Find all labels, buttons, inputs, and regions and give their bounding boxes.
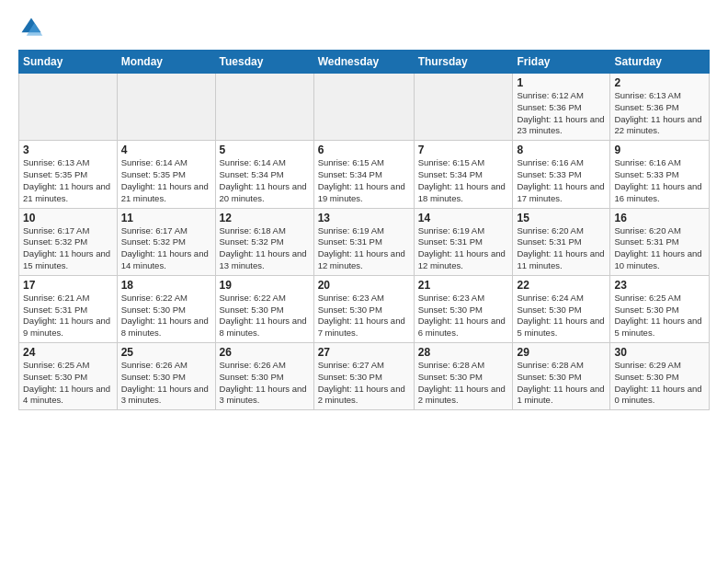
- calendar-cell: 22Sunrise: 6:24 AM Sunset: 5:30 PM Dayli…: [513, 275, 610, 342]
- day-info: Sunrise: 6:17 AM Sunset: 5:32 PM Dayligh…: [23, 225, 113, 272]
- day-info: Sunrise: 6:12 AM Sunset: 5:36 PM Dayligh…: [517, 90, 606, 137]
- day-info: Sunrise: 6:28 AM Sunset: 5:30 PM Dayligh…: [517, 360, 606, 407]
- calendar-cell: 29Sunrise: 6:28 AM Sunset: 5:30 PM Dayli…: [513, 343, 610, 410]
- weekday-header-tuesday: Tuesday: [215, 51, 313, 74]
- day-number: 15: [517, 212, 606, 224]
- day-number: 25: [121, 346, 211, 359]
- day-info: Sunrise: 6:19 AM Sunset: 5:31 PM Dayligh…: [318, 225, 410, 272]
- day-info: Sunrise: 6:13 AM Sunset: 5:35 PM Dayligh…: [23, 157, 113, 204]
- day-number: 11: [121, 212, 211, 224]
- calendar-cell: 27Sunrise: 6:27 AM Sunset: 5:30 PM Dayli…: [313, 343, 414, 410]
- calendar-cell: [117, 74, 215, 141]
- day-number: 4: [121, 144, 211, 156]
- weekday-header-sunday: Sunday: [19, 51, 118, 74]
- day-number: 19: [220, 279, 310, 292]
- calendar-cell: 20Sunrise: 6:23 AM Sunset: 5:30 PM Dayli…: [313, 275, 414, 342]
- day-info: Sunrise: 6:29 AM Sunset: 5:30 PM Dayligh…: [614, 360, 705, 407]
- calendar-cell: 5Sunrise: 6:14 AM Sunset: 5:34 PM Daylig…: [215, 141, 313, 208]
- calendar-cell: [414, 74, 513, 141]
- calendar-week-row: 1Sunrise: 6:12 AM Sunset: 5:36 PM Daylig…: [19, 74, 710, 141]
- day-number: 6: [318, 144, 410, 156]
- calendar-week-row: 17Sunrise: 6:21 AM Sunset: 5:31 PM Dayli…: [19, 275, 710, 342]
- calendar-cell: 8Sunrise: 6:16 AM Sunset: 5:33 PM Daylig…: [513, 141, 610, 208]
- calendar-cell: 1Sunrise: 6:12 AM Sunset: 5:36 PM Daylig…: [513, 74, 610, 141]
- day-info: Sunrise: 6:26 AM Sunset: 5:30 PM Dayligh…: [121, 360, 211, 407]
- calendar-cell: 15Sunrise: 6:20 AM Sunset: 5:31 PM Dayli…: [513, 208, 610, 275]
- day-number: 16: [614, 212, 705, 224]
- calendar-cell: 13Sunrise: 6:19 AM Sunset: 5:31 PM Dayli…: [313, 208, 414, 275]
- day-number: 22: [517, 279, 606, 292]
- day-number: 3: [23, 144, 113, 156]
- day-number: 29: [517, 346, 606, 359]
- day-info: Sunrise: 6:15 AM Sunset: 5:34 PM Dayligh…: [418, 157, 509, 204]
- day-number: 7: [418, 144, 509, 156]
- day-info: Sunrise: 6:18 AM Sunset: 5:32 PM Dayligh…: [220, 225, 310, 272]
- calendar-cell: 16Sunrise: 6:20 AM Sunset: 5:31 PM Dayli…: [610, 208, 710, 275]
- day-info: Sunrise: 6:16 AM Sunset: 5:33 PM Dayligh…: [517, 157, 606, 204]
- calendar-cell: 9Sunrise: 6:16 AM Sunset: 5:33 PM Daylig…: [610, 141, 710, 208]
- weekday-header-monday: Monday: [117, 51, 215, 74]
- day-number: 13: [318, 212, 410, 224]
- day-info: Sunrise: 6:19 AM Sunset: 5:31 PM Dayligh…: [418, 225, 509, 272]
- weekday-header-row: SundayMondayTuesdayWednesdayThursdayFrid…: [19, 51, 710, 74]
- day-info: Sunrise: 6:22 AM Sunset: 5:30 PM Dayligh…: [220, 293, 310, 339]
- day-number: 18: [121, 279, 211, 292]
- day-info: Sunrise: 6:20 AM Sunset: 5:31 PM Dayligh…: [517, 225, 606, 272]
- day-number: 12: [220, 212, 310, 224]
- calendar-cell: 17Sunrise: 6:21 AM Sunset: 5:31 PM Dayli…: [19, 275, 118, 342]
- day-number: 21: [418, 279, 509, 292]
- day-info: Sunrise: 6:14 AM Sunset: 5:34 PM Dayligh…: [220, 157, 310, 204]
- weekday-header-friday: Friday: [513, 51, 610, 74]
- day-number: 8: [517, 144, 606, 156]
- day-number: 9: [614, 144, 705, 156]
- day-info: Sunrise: 6:15 AM Sunset: 5:34 PM Dayligh…: [318, 157, 410, 204]
- day-info: Sunrise: 6:22 AM Sunset: 5:30 PM Dayligh…: [121, 293, 211, 339]
- day-number: 14: [418, 212, 509, 224]
- day-number: 26: [220, 346, 310, 359]
- day-info: Sunrise: 6:20 AM Sunset: 5:31 PM Dayligh…: [614, 225, 705, 272]
- day-number: 2: [614, 76, 705, 89]
- calendar-cell: 10Sunrise: 6:17 AM Sunset: 5:32 PM Dayli…: [19, 208, 118, 275]
- day-number: 1: [517, 76, 606, 89]
- calendar-cell: 6Sunrise: 6:15 AM Sunset: 5:34 PM Daylig…: [313, 141, 414, 208]
- calendar-cell: 18Sunrise: 6:22 AM Sunset: 5:30 PM Dayli…: [117, 275, 215, 342]
- calendar-cell: 24Sunrise: 6:25 AM Sunset: 5:30 PM Dayli…: [19, 343, 118, 410]
- calendar-week-row: 3Sunrise: 6:13 AM Sunset: 5:35 PM Daylig…: [19, 141, 710, 208]
- calendar-cell: 11Sunrise: 6:17 AM Sunset: 5:32 PM Dayli…: [117, 208, 215, 275]
- day-number: 24: [23, 346, 113, 359]
- day-info: Sunrise: 6:27 AM Sunset: 5:30 PM Dayligh…: [318, 360, 410, 407]
- day-info: Sunrise: 6:24 AM Sunset: 5:30 PM Dayligh…: [517, 293, 606, 339]
- calendar-cell: 12Sunrise: 6:18 AM Sunset: 5:32 PM Dayli…: [215, 208, 313, 275]
- calendar-cell: 30Sunrise: 6:29 AM Sunset: 5:30 PM Dayli…: [610, 343, 710, 410]
- calendar-cell: 4Sunrise: 6:14 AM Sunset: 5:35 PM Daylig…: [117, 141, 215, 208]
- day-info: Sunrise: 6:26 AM Sunset: 5:30 PM Dayligh…: [220, 360, 310, 407]
- calendar-cell: [313, 74, 414, 141]
- day-number: 27: [318, 346, 410, 359]
- logo-icon: [18, 15, 44, 40]
- day-number: 5: [220, 144, 310, 156]
- day-number: 23: [614, 279, 705, 292]
- day-info: Sunrise: 6:25 AM Sunset: 5:30 PM Dayligh…: [23, 360, 113, 407]
- calendar-cell: 26Sunrise: 6:26 AM Sunset: 5:30 PM Dayli…: [215, 343, 313, 410]
- logo: [18, 15, 48, 40]
- calendar-cell: 7Sunrise: 6:15 AM Sunset: 5:34 PM Daylig…: [414, 141, 513, 208]
- day-info: Sunrise: 6:23 AM Sunset: 5:30 PM Dayligh…: [418, 293, 509, 339]
- day-number: 30: [614, 346, 705, 359]
- day-number: 10: [23, 212, 113, 224]
- calendar-cell: 28Sunrise: 6:28 AM Sunset: 5:30 PM Dayli…: [414, 343, 513, 410]
- day-number: 20: [318, 279, 410, 292]
- calendar-cell: 21Sunrise: 6:23 AM Sunset: 5:30 PM Dayli…: [414, 275, 513, 342]
- day-info: Sunrise: 6:25 AM Sunset: 5:30 PM Dayligh…: [614, 293, 705, 339]
- day-info: Sunrise: 6:23 AM Sunset: 5:30 PM Dayligh…: [318, 293, 410, 339]
- day-number: 28: [418, 346, 509, 359]
- day-info: Sunrise: 6:28 AM Sunset: 5:30 PM Dayligh…: [418, 360, 509, 407]
- calendar-cell: [215, 74, 313, 141]
- calendar-week-row: 24Sunrise: 6:25 AM Sunset: 5:30 PM Dayli…: [19, 343, 710, 410]
- day-info: Sunrise: 6:14 AM Sunset: 5:35 PM Dayligh…: [121, 157, 211, 204]
- weekday-header-saturday: Saturday: [610, 51, 710, 74]
- calendar-cell: 14Sunrise: 6:19 AM Sunset: 5:31 PM Dayli…: [414, 208, 513, 275]
- weekday-header-thursday: Thursday: [414, 51, 513, 74]
- page-header: [18, 15, 710, 40]
- calendar-cell: 23Sunrise: 6:25 AM Sunset: 5:30 PM Dayli…: [610, 275, 710, 342]
- calendar-week-row: 10Sunrise: 6:17 AM Sunset: 5:32 PM Dayli…: [19, 208, 710, 275]
